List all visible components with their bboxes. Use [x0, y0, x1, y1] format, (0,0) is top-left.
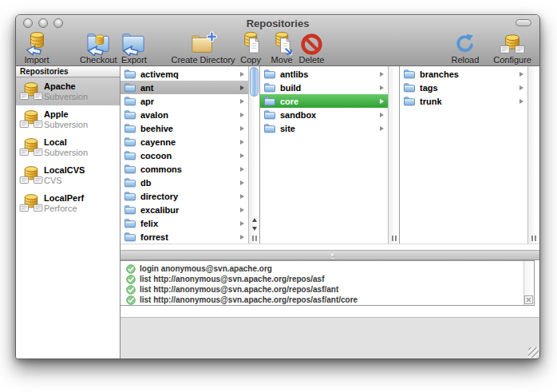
sidebar-item-apple[interactable]: AppleSubversion [16, 105, 120, 133]
browser-row-excalibur[interactable]: excalibur [120, 203, 248, 216]
column-scrollbar[interactable] [388, 66, 400, 244]
toolbar-button-checkout[interactable]: Checkout [80, 31, 117, 65]
browser-row-commons[interactable]: commons [120, 162, 248, 176]
browser-row-directory[interactable]: directory [120, 189, 248, 203]
screen: Repositories Import Checkout Export Crea… [0, 0, 557, 392]
browser-row-cocoon[interactable]: cocoon [120, 148, 248, 162]
toolbar-button-move[interactable]: Move [270, 31, 294, 65]
repository-list: ApacheSubversion AppleSubversion LocalSu… [16, 77, 120, 217]
scroll-up-button[interactable] [249, 218, 259, 222]
chevron-right-icon [380, 85, 384, 90]
browser-row-felix[interactable]: felix [120, 216, 248, 230]
toolbar-button-label: Move [271, 56, 293, 65]
check-icon [126, 264, 136, 274]
browser-column-list: branches tags trunk [400, 66, 527, 244]
browser-row-trunk[interactable]: trunk [400, 94, 527, 108]
folder-icon [124, 177, 137, 188]
log-scrollbar[interactable] [523, 261, 534, 305]
browser-row-forrest[interactable]: forrest [120, 230, 248, 244]
scrollbar-thumb[interactable] [250, 67, 259, 97]
repository-icon [18, 193, 44, 214]
browser-row-cayenne[interactable]: cayenne [120, 135, 248, 148]
folder-icon [124, 109, 137, 120]
sidebar-item-localperf[interactable]: LocalPerfPerforce [16, 189, 120, 217]
chevron-right-icon [240, 140, 244, 145]
folder-icon [263, 123, 277, 133]
checkout-icon [85, 31, 112, 56]
browser-row-avalon[interactable]: avalon [120, 108, 248, 121]
folder-name: site [280, 124, 380, 133]
browser-row-core[interactable]: core [260, 94, 388, 108]
browser-row-tags[interactable]: tags [400, 81, 527, 94]
resize-grip[interactable] [528, 347, 539, 358]
down-arrow-icon [252, 227, 257, 231]
column-resize-handle[interactable] [252, 236, 257, 241]
copy-icon [239, 31, 263, 56]
log-entry: list http://anonymous@svn.apache.org/rep… [120, 295, 523, 305]
column-scrollbar[interactable] [248, 66, 260, 244]
column-scrollbar[interactable] [527, 66, 539, 244]
folder-name: activemq [140, 69, 240, 79]
log-entry-text: list http://anonymous@svn.apache.org/rep… [140, 295, 358, 304]
toolbar-toggle-button[interactable] [516, 19, 531, 26]
toolbar-button-configure[interactable]: Configure [493, 31, 531, 65]
close-button[interactable] [23, 18, 33, 28]
browser-row-apr[interactable]: apr [120, 94, 248, 108]
browser-row-build[interactable]: build [260, 81, 388, 94]
repository-name: Apache [44, 81, 88, 92]
toolbar-right-group: Reload Configure [444, 31, 531, 65]
minimize-button[interactable] [38, 18, 48, 28]
browser-row-antlibs[interactable]: antlibs [260, 67, 388, 81]
folder-icon [403, 69, 417, 79]
browser-row-ant[interactable]: ant [120, 81, 248, 94]
browser-hscroll-band[interactable] [120, 244, 539, 251]
toolbar-button-reload[interactable]: Reload [451, 31, 479, 65]
toolbar-button-label: Delete [299, 56, 325, 65]
folder-icon [124, 96, 137, 106]
folder-name: apr [140, 97, 240, 106]
sidebar-item-apache[interactable]: ApacheSubversion [16, 77, 120, 105]
folder-name: core [280, 97, 380, 106]
column-resize-handle[interactable] [392, 236, 397, 241]
log-pane: login anonymous@svn.apache.org list http… [120, 260, 539, 317]
folder-name: excalibur [140, 205, 240, 215]
chevron-right-icon [380, 72, 384, 77]
folder-icon [263, 96, 277, 106]
scroll-down-button[interactable] [249, 227, 259, 231]
browser-row-beehive[interactable]: beehive [120, 121, 248, 135]
titlebar[interactable]: Repositories [16, 15, 539, 31]
sidebar-item-local[interactable]: LocalSubversion [16, 133, 120, 161]
toolbar-button-create-directory[interactable]: Create Directory [171, 31, 235, 65]
browser-row-sandbox[interactable]: sandbox [260, 108, 388, 121]
browser-row-activemq[interactable]: activemq [120, 67, 248, 81]
window-chrome: Repositories Import Checkout Export Crea… [16, 15, 539, 66]
log-entry: list http://anonymous@svn.apache.org/rep… [120, 284, 523, 295]
column-resize-handle[interactable] [531, 236, 536, 241]
sidebar: Repositories ApacheSubversion AppleSubve… [16, 66, 120, 358]
pane-splitter[interactable] [120, 251, 539, 260]
folder-name: avalon [140, 110, 240, 120]
toolbar-button-export[interactable]: Export [120, 31, 147, 65]
toolbar-button-copy[interactable]: Copy [239, 31, 263, 65]
window-title: Repositories [16, 18, 539, 30]
clear-log-button[interactable] [524, 295, 533, 304]
chevron-right-icon [240, 235, 244, 240]
repository-type: Perforce [44, 204, 84, 214]
toolbar-button-import[interactable]: Import [24, 31, 49, 65]
zoom-button[interactable] [53, 18, 63, 28]
folder-icon [124, 204, 137, 215]
folder-icon [124, 150, 137, 160]
browser-row-db[interactable]: db [120, 176, 248, 189]
folder-icon [124, 164, 137, 174]
toolbar-button-label: Create Directory [171, 56, 235, 65]
browser-row-branches[interactable]: branches [400, 67, 527, 81]
browser-row-site[interactable]: site [260, 121, 388, 135]
chevron-right-icon [240, 208, 244, 212]
folder-name: db [140, 178, 240, 188]
folder-name: sandbox [280, 110, 380, 120]
repository-name: Local [44, 137, 88, 148]
toolbar-button-delete[interactable]: Delete [299, 31, 325, 65]
sidebar-item-localcvs[interactable]: LocalCVSCVS [16, 161, 120, 189]
log-entry: login anonymous@svn.apache.org [120, 263, 523, 274]
check-icon [126, 285, 136, 295]
